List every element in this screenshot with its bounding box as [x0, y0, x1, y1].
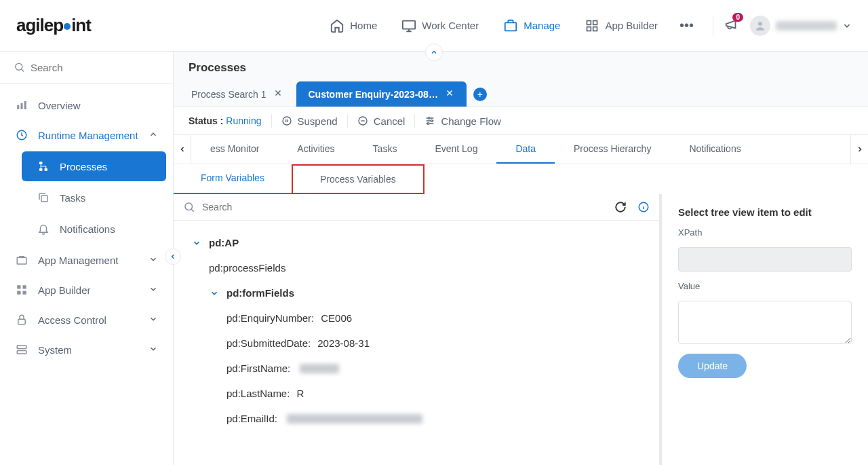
sidebar-item-label: System	[38, 344, 72, 356]
nav-work-center-label: Work Center	[422, 20, 479, 31]
sidebar-item-processes[interactable]: Processes	[22, 151, 166, 181]
tab-process-search-1[interactable]: Process Search 1	[179, 81, 295, 107]
sidebar: Overview Runtime Management Processes Ta…	[0, 52, 174, 465]
close-icon[interactable]	[445, 88, 454, 100]
tree-leaf[interactable]: pd:FirstName:	[183, 356, 650, 381]
notifications-button[interactable]: 0	[724, 17, 739, 34]
subtab-scroll-left[interactable]	[174, 135, 191, 164]
user-icon	[754, 20, 766, 32]
nav-manage[interactable]: Manage	[492, 13, 571, 39]
svg-point-7	[16, 63, 22, 70]
user-name	[776, 21, 837, 31]
minus-circle-icon	[357, 115, 368, 126]
subtab-event-log[interactable]: Event Log	[416, 135, 496, 164]
varsubtab-bar: Form Variables Process Variables	[174, 164, 868, 194]
status-label: Status :	[189, 115, 223, 126]
clock-icon	[15, 128, 28, 142]
svg-rect-10	[24, 101, 26, 109]
sidebar-item-app-management[interactable]: App Management	[0, 245, 173, 275]
header-collapse-toggle[interactable]	[425, 43, 443, 61]
change-flow-button[interactable]: Change Flow	[425, 115, 500, 127]
tree-search-input[interactable]	[202, 202, 608, 212]
nav-more[interactable]: •••	[671, 12, 702, 39]
side-nav: Overview Runtime Management Processes Ta…	[0, 83, 173, 371]
sidebar-item-label: App Management	[38, 255, 118, 266]
chevron-left-icon	[169, 253, 177, 261]
sidebar-item-app-builder[interactable]: App Builder	[0, 275, 173, 305]
tab-process-variables[interactable]: Process Variables	[292, 164, 425, 194]
refresh-icon[interactable]	[614, 201, 627, 213]
update-button[interactable]: Update	[678, 354, 747, 378]
logo: agilepint	[16, 15, 91, 36]
tree-leaf[interactable]: pd:SubmittedDate: 2023-08-31	[183, 331, 650, 356]
change-flow-label: Change Flow	[441, 115, 500, 127]
flow-icon	[37, 160, 50, 173]
sidebar-collapse-toggle[interactable]	[165, 248, 181, 265]
sidebar-item-label: App Builder	[38, 284, 91, 296]
tab-form-variables[interactable]: Form Variables	[174, 164, 292, 194]
tree-search-row	[174, 194, 659, 221]
tab-customer-enquiry[interactable]: Customer Enquiry-2023-08…	[296, 81, 467, 107]
subtab-ess-monitor[interactable]: ess Monitor	[191, 135, 278, 164]
svg-rect-21	[18, 319, 26, 324]
user-menu[interactable]	[750, 16, 852, 36]
header: agilepint Home Work Center Manage App Bu…	[0, 0, 868, 52]
tab-label: Customer Enquiry-2023-08…	[309, 89, 438, 100]
tab-bar: Process Search 1 Customer Enquiry-2023-0…	[174, 81, 868, 107]
nav-manage-label: Manage	[524, 20, 560, 31]
tree-leaf[interactable]: pd:LastName: R	[183, 381, 650, 406]
tree-node-ap[interactable]: pd:AP	[183, 230, 650, 255]
add-tab-button[interactable]: +	[473, 88, 487, 101]
info-icon[interactable]	[637, 201, 650, 213]
sidebar-item-access-control[interactable]: Access Control	[0, 305, 173, 335]
tree-node-formfields[interactable]: pd:formFields	[183, 280, 650, 305]
subtab-bar: ess MonitorActivitiesTasksEvent LogDataP…	[174, 135, 868, 164]
top-nav: Home Work Center Manage App Builder •••	[319, 12, 702, 39]
chevron-down-icon	[209, 289, 220, 298]
svg-rect-16	[17, 257, 26, 264]
main: Processes Process Search 1 Customer Enqu…	[174, 52, 868, 465]
edit-panel-title: Select tree view item to edit	[678, 206, 852, 218]
nav-work-center[interactable]: Work Center	[391, 13, 490, 39]
svg-rect-23	[17, 351, 26, 354]
chevron-down-icon	[149, 255, 158, 266]
cancel-button[interactable]: Cancel	[357, 115, 406, 127]
tree-node-processfields[interactable]: pd:processFields	[183, 255, 650, 280]
tree-leaf[interactable]: pd:EnquiryNumber: CE006	[183, 305, 650, 331]
tree-leaf[interactable]: pd:EmailId:	[183, 406, 650, 431]
nav-home[interactable]: Home	[319, 13, 388, 39]
suspend-button[interactable]: Suspend	[281, 115, 338, 127]
sidebar-item-label: Notifications	[60, 223, 115, 235]
tab-label: Process Search 1	[191, 89, 267, 100]
chevron-up-icon	[149, 130, 158, 141]
nav-app-builder[interactable]: App Builder	[574, 13, 669, 39]
subtab-data[interactable]: Data	[496, 135, 555, 164]
svg-rect-13	[45, 168, 48, 171]
search-icon	[183, 201, 195, 213]
svg-point-24	[283, 117, 291, 125]
subtab-notifications[interactable]: Notifications	[670, 135, 760, 164]
sidebar-search[interactable]	[0, 52, 173, 83]
sidebar-item-label: Access Control	[38, 314, 106, 326]
home-icon	[330, 18, 344, 33]
cancel-label: Cancel	[374, 115, 406, 127]
subtab-scroll-right[interactable]	[850, 135, 868, 164]
close-icon[interactable]	[273, 88, 283, 100]
sidebar-item-label: Runtime Management	[38, 130, 138, 141]
xpath-input	[678, 247, 852, 272]
nav-app-builder-label: App Builder	[605, 20, 658, 31]
value-textarea[interactable]	[678, 301, 852, 344]
sidebar-search-input[interactable]	[31, 62, 159, 73]
subtab-activities[interactable]: Activities	[278, 135, 353, 164]
sidebar-item-tasks[interactable]: Tasks	[22, 183, 166, 212]
sidebar-item-system[interactable]: System	[0, 335, 173, 365]
sidebar-item-notifications[interactable]: Notifications	[22, 214, 166, 244]
chevron-down-icon	[149, 284, 158, 296]
tree-node-label: pd:processFields	[209, 262, 285, 274]
sidebar-item-runtime-management[interactable]: Runtime Management	[0, 120, 173, 150]
svg-point-28	[427, 123, 429, 125]
sidebar-item-overview[interactable]: Overview	[0, 90, 173, 120]
subtab-tasks[interactable]: Tasks	[354, 135, 416, 164]
subtab-process-hierarchy[interactable]: Process Hierarchy	[555, 135, 670, 164]
svg-rect-0	[403, 20, 415, 29]
